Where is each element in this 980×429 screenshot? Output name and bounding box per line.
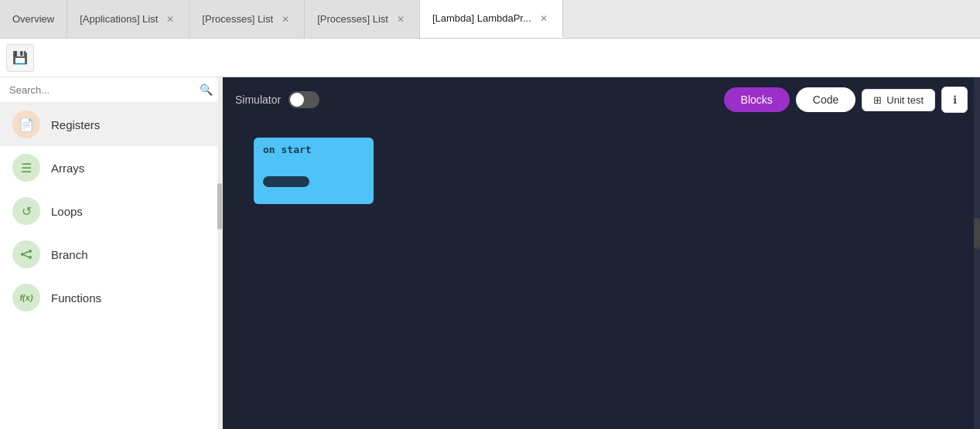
tab-processes-list-2[interactable]: [Processes] List ✕: [305, 0, 420, 38]
view-buttons: Blocks Code ⊞ Unit test ℹ: [724, 87, 968, 113]
functions-label: Functions: [51, 291, 101, 305]
tab-applications-label: [Applications] List: [80, 13, 158, 25]
sidebar-items: 📄 Registers ☰ Arrays ↺ Loops: [0, 103, 222, 429]
loops-icon: ↺: [12, 197, 40, 225]
save-button[interactable]: 💾: [6, 44, 34, 72]
branch-label: Branch: [51, 248, 88, 261]
code-button[interactable]: Code: [796, 87, 855, 112]
sidebar-item-functions[interactable]: f(x) Functions: [0, 276, 222, 319]
on-start-block[interactable]: on start: [254, 138, 374, 204]
tab-applications-list[interactable]: [Applications] List ✕: [67, 0, 190, 38]
content-area: Simulator Blocks Code ⊞ Unit test ℹ on s…: [223, 77, 980, 429]
search-icon: 🔍: [200, 83, 213, 96]
tab-processes-list-1[interactable]: [Processes] List ✕: [190, 0, 305, 38]
tab-processes2-label: [Processes] List: [317, 13, 388, 25]
unit-test-label: Unit test: [886, 94, 924, 106]
close-lambda-tab-icon[interactable]: ✕: [538, 12, 550, 25]
simulator-toggle-switch[interactable]: [289, 91, 319, 108]
branch-icon: [12, 240, 40, 268]
close-processes1-tab-icon[interactable]: ✕: [279, 13, 292, 26]
sidebar-item-registers[interactable]: 📄 Registers: [0, 103, 222, 146]
sidebar-item-arrays[interactable]: ☰ Arrays: [0, 146, 222, 189]
tab-processes1-label: [Processes] List: [202, 13, 273, 25]
tab-overview[interactable]: Overview: [0, 0, 67, 38]
sidebar-scroll-thumb: [217, 183, 222, 230]
svg-point-0: [21, 253, 24, 256]
tab-lambda[interactable]: [Lambda] LambdaPr... ✕: [420, 0, 563, 38]
arrays-icon: ☰: [12, 154, 40, 182]
registers-label: Registers: [51, 118, 100, 131]
content-toolbar: Simulator Blocks Code ⊞ Unit test ℹ: [223, 77, 980, 122]
sidebar: 🔍 📄 Registers ☰ Arrays ↺ Loops: [0, 77, 223, 429]
svg-point-1: [29, 250, 32, 253]
unit-test-button[interactable]: ⊞ Unit test: [862, 89, 935, 111]
search-input[interactable]: [9, 84, 193, 96]
svg-line-3: [24, 252, 29, 254]
functions-icon: f(x): [12, 284, 40, 312]
registers-icon: 📄: [12, 111, 40, 138]
arrays-label: Arrays: [51, 162, 84, 175]
sidebar-item-branch[interactable]: Branch: [0, 233, 222, 276]
block-connector: [263, 176, 309, 187]
toggle-knob: [290, 93, 304, 107]
right-scroll-thumb: [974, 218, 980, 249]
on-start-block-header: on start: [254, 138, 374, 162]
right-scrollbar[interactable]: [974, 77, 980, 429]
search-bar: 🔍: [0, 77, 222, 103]
unit-test-icon: ⊞: [873, 94, 882, 106]
svg-point-2: [29, 256, 32, 259]
simulator-label: Simulator: [235, 94, 281, 106]
simulator-toggle-group: Simulator: [235, 91, 319, 108]
svg-line-4: [24, 255, 29, 257]
tab-lambda-label: [Lambda] LambdaPr...: [432, 12, 531, 24]
on-start-block-body: [254, 162, 374, 204]
loops-label: Loops: [51, 205, 83, 218]
close-processes2-tab-icon[interactable]: ✕: [394, 13, 407, 26]
block-canvas: on start: [223, 122, 980, 429]
info-button[interactable]: ℹ: [941, 87, 968, 113]
main-layout: 🔍 📄 Registers ☰ Arrays ↺ Loops: [0, 77, 980, 429]
tab-bar: Overview [Applications] List ✕ [Processe…: [0, 0, 980, 39]
close-applications-tab-icon[interactable]: ✕: [164, 13, 176, 26]
sidebar-item-loops[interactable]: ↺ Loops: [0, 189, 222, 233]
sidebar-scrollbar[interactable]: [217, 77, 222, 429]
toolbar: 💾: [0, 39, 980, 77]
blocks-button[interactable]: Blocks: [724, 87, 790, 112]
tab-overview-label: Overview: [12, 13, 54, 25]
